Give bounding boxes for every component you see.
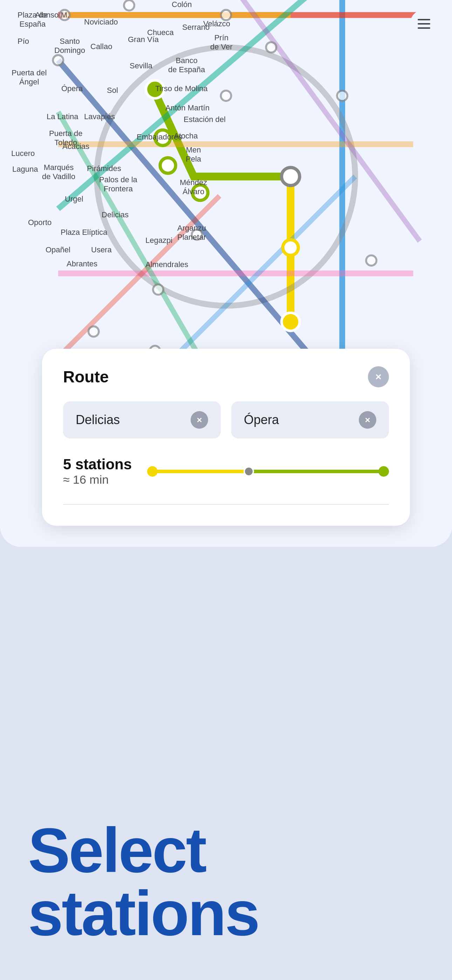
svg-point-24	[60, 10, 70, 20]
bottom-section: Select stations	[0, 547, 452, 980]
route-panel: Route × Delicias × Ópera × 5 stations ≈ …	[42, 349, 410, 526]
clear-to-button[interactable]: ×	[359, 411, 376, 429]
route-dot-end	[379, 466, 389, 477]
menu-line-2	[418, 23, 430, 24]
svg-point-35	[366, 255, 376, 265]
svg-point-25	[53, 55, 63, 65]
route-progress-bar	[147, 466, 389, 477]
from-station-input[interactable]: Delicias ×	[63, 401, 221, 439]
route-dot-transfer	[244, 466, 254, 477]
route-dot-start	[147, 466, 158, 477]
to-station-input[interactable]: Ópera ×	[231, 401, 389, 439]
route-close-button[interactable]: ×	[368, 366, 389, 387]
svg-point-26	[124, 0, 134, 10]
svg-point-14	[282, 167, 299, 186]
route-bar-yellow-segment	[147, 470, 249, 473]
stations-count: 5 stations	[63, 456, 133, 473]
svg-point-18	[146, 80, 164, 99]
svg-point-15	[193, 185, 208, 200]
route-title: Route	[63, 368, 108, 386]
route-info: 5 stations ≈ 16 min	[63, 456, 389, 487]
svg-point-17	[155, 130, 170, 145]
route-header: Route ×	[63, 366, 389, 387]
select-line2: stations	[28, 878, 259, 948]
menu-line-1	[418, 19, 430, 20]
time-approx: ≈ 16 min	[63, 473, 133, 487]
select-stations-text: Select stations	[28, 819, 259, 945]
menu-line-3	[418, 27, 430, 29]
map-area: Alonso M. Colón Velázco Plaza deEspaña N…	[0, 0, 452, 547]
select-line1: Select	[28, 815, 205, 885]
svg-line-11	[226, 0, 420, 241]
from-station-label: Delicias	[76, 412, 120, 427]
svg-point-22	[266, 42, 276, 52]
route-text: 5 stations ≈ 16 min	[63, 456, 133, 487]
svg-point-16	[160, 158, 175, 173]
menu-button[interactable]	[410, 10, 438, 38]
svg-point-20	[221, 10, 231, 20]
svg-point-27	[192, 229, 202, 240]
svg-point-12	[282, 313, 299, 331]
station-inputs: Delicias × Ópera ×	[63, 401, 389, 439]
svg-point-29	[88, 326, 99, 336]
route-divider	[63, 504, 389, 505]
svg-point-13	[283, 240, 298, 255]
app-container: Alonso M. Colón Velázco Plaza deEspaña N…	[0, 0, 452, 980]
svg-point-23	[337, 91, 347, 100]
route-bar-green-segment	[249, 470, 389, 473]
svg-point-28	[153, 284, 163, 294]
to-station-label: Ópera	[244, 412, 279, 427]
clear-from-button[interactable]: ×	[191, 411, 208, 429]
svg-point-21	[221, 91, 231, 100]
